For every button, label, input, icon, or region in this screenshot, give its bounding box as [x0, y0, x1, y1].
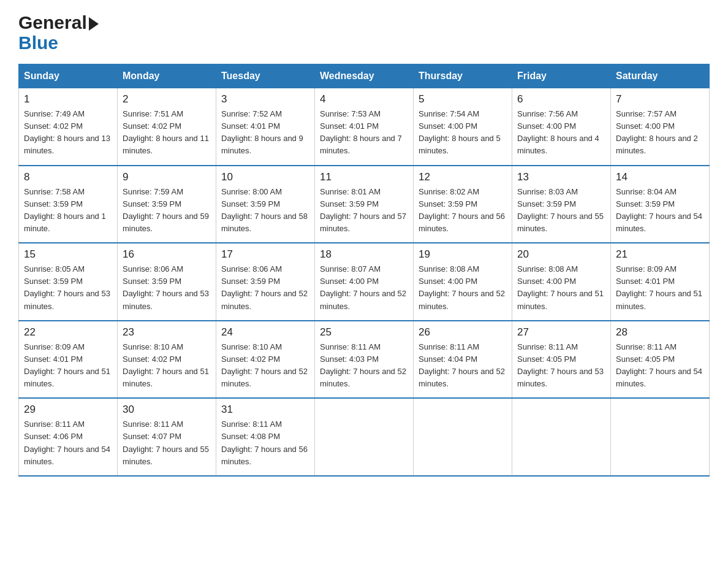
calendar-week-4: 22Sunrise: 8:09 AMSunset: 4:01 PMDayligh…	[19, 321, 710, 399]
day-info: Sunrise: 8:03 AMSunset: 3:59 PMDaylight:…	[517, 186, 605, 236]
calendar-cell: 9Sunrise: 7:59 AMSunset: 3:59 PMDaylight…	[118, 166, 216, 243]
day-number: 27	[517, 326, 605, 339]
day-number: 31	[221, 404, 309, 416]
day-info: Sunrise: 8:06 AMSunset: 3:59 PMDaylight:…	[221, 263, 309, 313]
day-number: 3	[221, 93, 309, 105]
day-number: 7	[616, 93, 704, 105]
day-info: Sunrise: 8:08 AMSunset: 4:00 PMDaylight:…	[419, 263, 507, 313]
day-info: Sunrise: 8:11 AMSunset: 4:03 PMDaylight:…	[320, 341, 408, 391]
day-info: Sunrise: 7:51 AMSunset: 4:02 PMDaylight:…	[123, 108, 211, 158]
calendar-week-1: 1Sunrise: 7:49 AMSunset: 4:02 PMDaylight…	[19, 88, 710, 166]
calendar-cell: 17Sunrise: 8:06 AMSunset: 3:59 PMDayligh…	[216, 243, 315, 321]
calendar-cell: 16Sunrise: 8:06 AMSunset: 3:59 PMDayligh…	[118, 243, 216, 321]
day-info: Sunrise: 8:07 AMSunset: 4:00 PMDaylight:…	[320, 263, 408, 313]
calendar-week-2: 8Sunrise: 7:58 AMSunset: 3:59 PMDaylight…	[19, 166, 710, 243]
day-info: Sunrise: 8:02 AMSunset: 3:59 PMDaylight:…	[419, 186, 507, 236]
calendar-cell: 18Sunrise: 8:07 AMSunset: 4:00 PMDayligh…	[315, 243, 414, 321]
day-number: 8	[24, 171, 112, 183]
day-info: Sunrise: 8:08 AMSunset: 4:00 PMDaylight:…	[517, 263, 605, 313]
weekday-header-thursday: Thursday	[414, 64, 512, 88]
day-number: 9	[123, 171, 211, 183]
day-number: 10	[221, 171, 309, 183]
calendar-cell	[512, 398, 611, 476]
calendar-cell	[611, 398, 710, 476]
day-info: Sunrise: 7:54 AMSunset: 4:00 PMDaylight:…	[419, 108, 507, 158]
calendar-week-5: 29Sunrise: 8:11 AMSunset: 4:06 PMDayligh…	[19, 398, 710, 476]
calendar-cell: 6Sunrise: 7:56 AMSunset: 4:00 PMDaylight…	[512, 88, 611, 166]
calendar-cell: 12Sunrise: 8:02 AMSunset: 3:59 PMDayligh…	[414, 166, 512, 243]
day-number: 11	[320, 171, 408, 183]
calendar-cell: 31Sunrise: 8:11 AMSunset: 4:08 PMDayligh…	[216, 398, 315, 476]
day-info: Sunrise: 8:11 AMSunset: 4:05 PMDaylight:…	[517, 341, 605, 391]
calendar-cell: 22Sunrise: 8:09 AMSunset: 4:01 PMDayligh…	[19, 321, 118, 399]
weekday-header-friday: Friday	[512, 64, 611, 88]
calendar-cell: 7Sunrise: 7:57 AMSunset: 4:00 PMDaylight…	[611, 88, 710, 166]
calendar-cell: 28Sunrise: 8:11 AMSunset: 4:05 PMDayligh…	[611, 321, 710, 399]
calendar-cell: 15Sunrise: 8:05 AMSunset: 3:59 PMDayligh…	[19, 243, 118, 321]
calendar-cell: 11Sunrise: 8:01 AMSunset: 3:59 PMDayligh…	[315, 166, 414, 243]
calendar-cell: 20Sunrise: 8:08 AMSunset: 4:00 PMDayligh…	[512, 243, 611, 321]
calendar-cell: 21Sunrise: 8:09 AMSunset: 4:01 PMDayligh…	[611, 243, 710, 321]
day-info: Sunrise: 8:00 AMSunset: 3:59 PMDaylight:…	[221, 186, 309, 236]
day-number: 13	[517, 171, 605, 183]
day-info: Sunrise: 8:04 AMSunset: 3:59 PMDaylight:…	[616, 186, 704, 236]
day-number: 19	[419, 248, 507, 261]
day-info: Sunrise: 7:58 AMSunset: 3:59 PMDaylight:…	[24, 186, 112, 236]
weekday-header-saturday: Saturday	[611, 64, 710, 88]
day-number: 22	[24, 326, 112, 339]
calendar-week-3: 15Sunrise: 8:05 AMSunset: 3:59 PMDayligh…	[19, 243, 710, 321]
day-number: 23	[123, 326, 211, 339]
day-number: 4	[320, 93, 408, 105]
calendar-cell	[315, 398, 414, 476]
day-number: 18	[320, 248, 408, 261]
day-number: 6	[517, 93, 605, 105]
logo-blue-text: Blue	[18, 33, 58, 53]
day-number: 26	[419, 326, 507, 339]
day-info: Sunrise: 8:09 AMSunset: 4:01 PMDaylight:…	[24, 341, 112, 391]
logo-general-text: General	[18, 12, 99, 33]
logo: General Blue	[18, 12, 99, 53]
day-info: Sunrise: 7:49 AMSunset: 4:02 PMDaylight:…	[24, 108, 112, 158]
calendar-table: SundayMondayTuesdayWednesdayThursdayFrid…	[18, 64, 710, 477]
day-number: 1	[24, 93, 112, 105]
day-number: 5	[419, 93, 507, 105]
day-number: 20	[517, 248, 605, 261]
day-info: Sunrise: 7:52 AMSunset: 4:01 PMDaylight:…	[221, 108, 309, 158]
calendar-cell: 25Sunrise: 8:11 AMSunset: 4:03 PMDayligh…	[315, 321, 414, 399]
day-info: Sunrise: 7:57 AMSunset: 4:00 PMDaylight:…	[616, 108, 704, 158]
day-info: Sunrise: 8:11 AMSunset: 4:07 PMDaylight:…	[123, 418, 211, 468]
day-number: 12	[419, 171, 507, 183]
page-header: General Blue	[18, 12, 710, 53]
weekday-header-sunday: Sunday	[19, 64, 118, 88]
day-info: Sunrise: 8:10 AMSunset: 4:02 PMDaylight:…	[221, 341, 309, 391]
calendar-cell: 13Sunrise: 8:03 AMSunset: 3:59 PMDayligh…	[512, 166, 611, 243]
weekday-header-row: SundayMondayTuesdayWednesdayThursdayFrid…	[19, 64, 710, 88]
day-info: Sunrise: 8:11 AMSunset: 4:06 PMDaylight:…	[24, 418, 112, 468]
calendar-cell: 27Sunrise: 8:11 AMSunset: 4:05 PMDayligh…	[512, 321, 611, 399]
weekday-header-tuesday: Tuesday	[216, 64, 315, 88]
day-number: 29	[24, 404, 112, 416]
calendar-cell	[414, 398, 512, 476]
day-info: Sunrise: 8:11 AMSunset: 4:08 PMDaylight:…	[221, 418, 309, 468]
calendar-cell: 4Sunrise: 7:53 AMSunset: 4:01 PMDaylight…	[315, 88, 414, 166]
weekday-header-wednesday: Wednesday	[315, 64, 414, 88]
calendar-cell: 10Sunrise: 8:00 AMSunset: 3:59 PMDayligh…	[216, 166, 315, 243]
day-number: 2	[123, 93, 211, 105]
day-info: Sunrise: 8:01 AMSunset: 3:59 PMDaylight:…	[320, 186, 408, 236]
day-info: Sunrise: 8:11 AMSunset: 4:05 PMDaylight:…	[616, 341, 704, 391]
day-number: 14	[616, 171, 704, 183]
day-info: Sunrise: 7:59 AMSunset: 3:59 PMDaylight:…	[123, 186, 211, 236]
day-info: Sunrise: 8:10 AMSunset: 4:02 PMDaylight:…	[123, 341, 211, 391]
calendar-cell: 3Sunrise: 7:52 AMSunset: 4:01 PMDaylight…	[216, 88, 315, 166]
weekday-header-monday: Monday	[118, 64, 216, 88]
day-info: Sunrise: 8:09 AMSunset: 4:01 PMDaylight:…	[616, 263, 704, 313]
day-number: 24	[221, 326, 309, 339]
day-number: 21	[616, 248, 704, 261]
day-info: Sunrise: 7:56 AMSunset: 4:00 PMDaylight:…	[517, 108, 605, 158]
calendar-cell: 14Sunrise: 8:04 AMSunset: 3:59 PMDayligh…	[611, 166, 710, 243]
calendar-cell: 2Sunrise: 7:51 AMSunset: 4:02 PMDaylight…	[118, 88, 216, 166]
calendar-cell: 23Sunrise: 8:10 AMSunset: 4:02 PMDayligh…	[118, 321, 216, 399]
calendar-cell: 8Sunrise: 7:58 AMSunset: 3:59 PMDaylight…	[19, 166, 118, 243]
day-number: 25	[320, 326, 408, 339]
day-number: 28	[616, 326, 704, 339]
